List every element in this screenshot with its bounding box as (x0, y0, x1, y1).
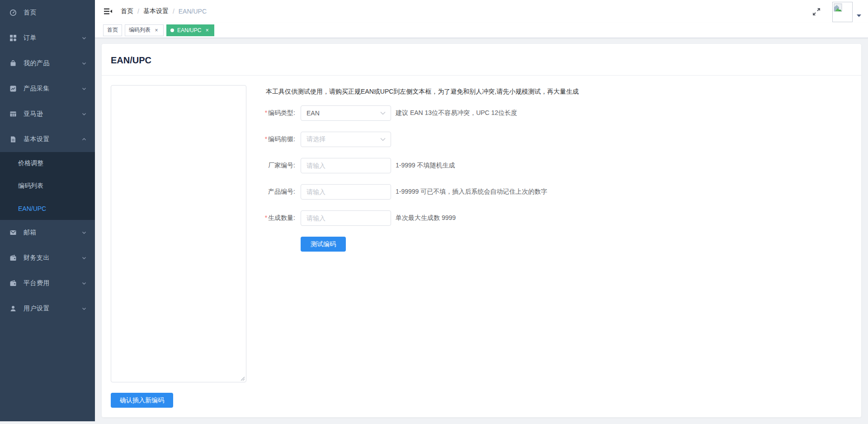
tab-label: 编码列表 (129, 26, 151, 34)
hamburger-icon (104, 7, 113, 16)
close-icon[interactable]: × (153, 27, 160, 33)
code-type-label: *编码类型: (256, 109, 295, 117)
sidebar-item-label: 亚马逊 (24, 110, 81, 118)
amazon-table-icon (9, 110, 17, 118)
dashboard-icon (9, 9, 17, 16)
form-row-factory-no: 厂家编号: 1-9999 不填随机生成 (256, 158, 852, 173)
page-title: EAN/UPC (111, 55, 852, 66)
chevron-down-icon (81, 35, 87, 41)
required-asterisk: * (265, 109, 267, 116)
form-row-product-no: 产品编号: 1-99999 可已不填，插入后系统会自动记住上次的数字 (256, 184, 852, 200)
select-value: EAN (307, 110, 320, 117)
sidebar-item-mailbox[interactable]: 邮箱 (0, 220, 95, 245)
bottom-strip (0, 421, 868, 424)
breadcrumb: 首页 / 基本设置 / EAN/UPC (121, 7, 207, 15)
chevron-down-icon (81, 61, 87, 66)
sidebar-item-label: 用户设置 (24, 305, 81, 313)
user-avatar[interactable] (832, 2, 853, 22)
breadcrumb-item-basic-settings[interactable]: 基本设置 (143, 7, 169, 15)
close-icon[interactable]: × (204, 27, 210, 33)
fullscreen-button[interactable] (811, 7, 821, 17)
gen-count-help: 单次最大生成数 9999 (396, 214, 456, 222)
select-placeholder: 请选择 (307, 135, 326, 143)
factory-no-help: 1-9999 不填随机生成 (396, 162, 455, 170)
sidebar-item-my-products[interactable]: 我的产品 (0, 51, 95, 76)
confirm-insert-button[interactable]: 确认插入新编码 (111, 393, 173, 408)
usage-notice: 本工具仅供测试使用，请购买正规EAN或UPC到左侧文本框，为了避免和别人冲突,请… (266, 88, 852, 96)
sidebar: 首页 订单 我的产品 产品采集 (0, 0, 95, 424)
content-area: EAN/UPC 确认插入新编码 本工具仅供测试使用，请购买正规EAN或UPC到左… (95, 38, 868, 424)
submenu-item-price-adjust[interactable]: 价格调整 (0, 152, 95, 175)
finance-wallet-icon (9, 254, 17, 262)
collect-chart-icon (9, 85, 17, 92)
sidebar-item-user-settings[interactable]: 用户设置 (0, 296, 95, 321)
code-type-select[interactable]: EAN (301, 105, 391, 121)
gen-count-input[interactable] (301, 210, 391, 226)
orders-grid-icon (9, 34, 17, 42)
required-asterisk: * (265, 135, 267, 143)
sidebar-item-label: 产品采集 (24, 85, 81, 93)
active-tab-dot (170, 29, 174, 32)
sidebar-item-label: 财务支出 (24, 254, 81, 262)
sidebar-item-orders[interactable]: 订单 (0, 25, 95, 51)
fullscreen-icon (811, 7, 821, 17)
products-bag-icon (9, 60, 17, 67)
sidebar-item-basic-settings[interactable]: 基本设置 (0, 127, 95, 152)
test-code-button[interactable]: 测试编码 (301, 237, 346, 252)
breadcrumb-item-current: EAN/UPC (179, 8, 207, 15)
product-no-input[interactable] (301, 184, 391, 200)
form-row-code-prefix: *编码前缀: 请选择 (256, 132, 852, 147)
tab-home[interactable]: 首页 (103, 24, 122, 36)
chevron-up-icon (81, 137, 87, 142)
sidebar-item-home[interactable]: 首页 (0, 0, 95, 25)
required-asterisk: * (265, 214, 267, 221)
submenu-item-label: EAN/UPC (18, 205, 46, 212)
sidebar-collapse-button[interactable] (102, 5, 114, 18)
settings-doc-icon (9, 136, 17, 143)
chevron-down-icon (81, 255, 87, 261)
sidebar-item-product-collect[interactable]: 产品采集 (0, 76, 95, 101)
factory-no-label: 厂家编号: (256, 162, 295, 170)
factory-no-input[interactable] (301, 158, 391, 173)
user-menu-caret[interactable] (857, 14, 861, 17)
chevron-down-icon (81, 86, 87, 91)
submenu-item-ean-upc[interactable]: EAN/UPC (0, 197, 95, 220)
chevron-down-icon (81, 281, 87, 286)
code-prefix-select[interactable]: 请选择 (301, 132, 391, 147)
submenu-item-label: 编码列表 (18, 182, 43, 190)
tab-ean-upc[interactable]: EAN/UPC × (166, 24, 214, 36)
submenu-item-code-list[interactable]: 编码列表 (0, 175, 95, 197)
sidebar-item-label: 邮箱 (24, 229, 81, 237)
codes-column: 确认插入新编码 (111, 85, 246, 408)
main-area: 首页 / 基本设置 / EAN/UPC (95, 0, 868, 424)
mail-icon (9, 229, 17, 236)
sidebar-item-label: 基本设置 (24, 135, 81, 143)
tab-code-list[interactable]: 编码列表 × (125, 24, 164, 36)
caret-down-icon (857, 14, 861, 17)
sidebar-item-finance-expense[interactable]: 财务支出 (0, 245, 95, 271)
breadcrumb-separator: / (137, 8, 139, 15)
tab-label: 首页 (107, 26, 118, 34)
card-header: EAN/UPC (102, 44, 861, 76)
breadcrumb-separator: / (173, 8, 175, 15)
app-root: 首页 订单 我的产品 产品采集 (0, 0, 868, 424)
breadcrumb-item-home[interactable]: 首页 (121, 7, 133, 15)
product-no-help: 1-99999 可已不填，插入后系统会自动记住上次的数字 (396, 188, 547, 196)
tags-view-bar: 首页 编码列表 × EAN/UPC × (95, 23, 868, 38)
sidebar-item-label: 首页 (24, 9, 87, 17)
gen-count-label: *生成数量: (256, 214, 295, 222)
sidebar-item-amazon[interactable]: 亚马逊 (0, 101, 95, 127)
navbar-right (811, 1, 861, 22)
sidebar-item-platform-fees[interactable]: 平台费用 (0, 271, 95, 296)
sidebar-item-label: 平台费用 (24, 279, 81, 287)
ean-upc-card: EAN/UPC 确认插入新编码 本工具仅供测试使用，请购买正规EAN或UPC到左… (102, 44, 861, 417)
tab-label: EAN/UPC (177, 27, 201, 33)
chevron-down-icon (81, 111, 87, 117)
chevron-down-icon (81, 306, 87, 311)
chevron-down-icon (81, 230, 87, 235)
form-row-code-type: *编码类型: EAN 建议 EAN 13位不容易冲突，UPC 12位长度 (256, 105, 852, 121)
form-row-gen-count: *生成数量: 单次最大生成数 9999 (256, 210, 852, 226)
codes-textarea-wrap (111, 85, 246, 382)
codes-textarea[interactable] (111, 85, 246, 382)
top-navbar: 首页 / 基本设置 / EAN/UPC (95, 0, 868, 23)
